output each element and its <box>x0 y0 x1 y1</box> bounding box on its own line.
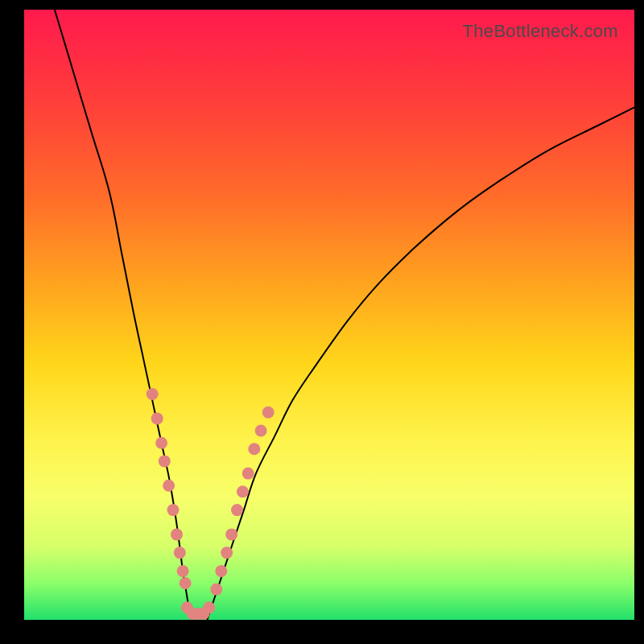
data-marker <box>215 565 227 577</box>
right-curve <box>207 107 634 620</box>
chart-svg <box>24 10 634 620</box>
left-curve <box>55 10 192 620</box>
data-marker <box>147 388 159 400</box>
data-marker <box>180 577 192 589</box>
data-marker <box>262 407 275 419</box>
data-marker <box>174 547 186 559</box>
chart-frame: TheBottleneck.com <box>0 0 644 644</box>
data-marker <box>167 504 180 516</box>
data-marker <box>155 437 167 449</box>
data-marker <box>237 485 249 497</box>
data-marker <box>151 412 163 424</box>
data-marker <box>163 480 175 492</box>
data-marker <box>171 528 183 540</box>
data-marker <box>203 601 215 613</box>
data-marker <box>159 455 171 467</box>
data-marker <box>177 565 189 577</box>
data-marker <box>231 504 243 516</box>
data-marker <box>248 443 260 455</box>
data-marker <box>221 547 233 559</box>
marker-layer <box>147 388 275 620</box>
data-marker <box>242 468 254 480</box>
plot-area: TheBottleneck.com <box>24 10 634 620</box>
data-marker <box>210 584 222 596</box>
data-marker <box>225 528 237 540</box>
data-marker <box>255 425 267 437</box>
